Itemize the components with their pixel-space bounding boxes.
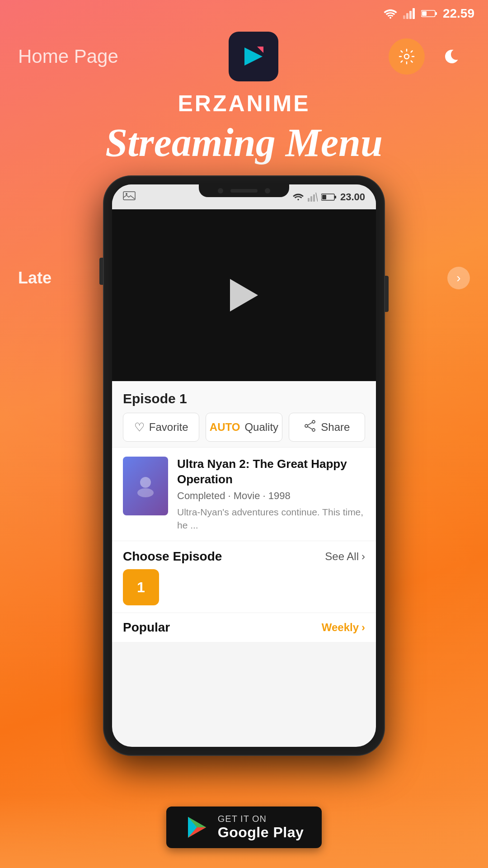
anime-thumb-placeholder: [132, 472, 159, 500]
choose-episode-title: Choose Episode: [123, 549, 222, 564]
favorite-button[interactable]: ♡ Favorite: [123, 413, 199, 442]
phone-mockup: 23.00 Episode 1 ♡ Favorite: [104, 176, 384, 755]
anime-description: Ultra-Nyan's adventures continue. This t…: [177, 505, 365, 532]
see-all-button[interactable]: See All ›: [325, 550, 365, 563]
app-logo[interactable]: [229, 32, 278, 81]
phone-time: 23.00: [340, 191, 365, 203]
popular-section: Popular Weekly ›: [112, 613, 376, 642]
phone-signal-icon: [308, 193, 318, 202]
anime-info: Ultra Nyan 2: The Great Happy Operation …: [112, 448, 376, 541]
signal-icon: [403, 8, 416, 19]
svg-point-12: [126, 193, 127, 195]
svg-rect-19: [322, 195, 326, 199]
wifi-icon: [383, 8, 398, 19]
share-button[interactable]: Share: [289, 413, 365, 442]
anime-details: Ultra Nyan 2: The Great Happy Operation …: [177, 457, 365, 532]
front-camera: [218, 188, 223, 193]
episode-1-number: 1: [137, 579, 145, 596]
phone-wifi-icon: [292, 193, 304, 202]
phone-status-left: [123, 191, 136, 203]
episode-title: Episode 1: [123, 391, 365, 406]
moon-icon: [441, 46, 462, 67]
status-icons: 22.59: [383, 6, 474, 21]
episodes-section-header: Choose Episode See All ›: [112, 541, 376, 569]
svg-point-23: [312, 429, 315, 431]
app-bar-actions: [389, 38, 470, 75]
heart-icon: ♡: [134, 420, 145, 434]
status-time: 22.59: [443, 6, 474, 21]
favorite-label: Favorite: [149, 421, 188, 434]
google-play-icon: [186, 816, 208, 839]
settings-button[interactable]: [389, 38, 425, 75]
svg-marker-8: [244, 47, 263, 66]
google-play-text: GET IT ON Google Play: [218, 814, 304, 841]
svg-point-13: [297, 198, 299, 200]
phone-notch: [199, 184, 289, 197]
see-all-chevron: ›: [361, 550, 365, 563]
svg-point-0: [389, 17, 391, 19]
settings-icon: [398, 47, 416, 66]
hero-section: ERZANIME Streaming Menu: [0, 90, 488, 165]
svg-rect-15: [310, 196, 312, 202]
battery-icon: [421, 9, 437, 18]
popular-title: Popular: [123, 620, 170, 635]
svg-rect-1: [403, 15, 405, 19]
phone-outer: 23.00 Episode 1 ♡ Favorite: [104, 176, 384, 755]
svg-rect-7: [435, 12, 437, 15]
svg-rect-2: [406, 13, 408, 19]
hero-tagline: Streaming Menu: [18, 121, 470, 165]
svg-line-25: [308, 426, 312, 429]
episode-1-button[interactable]: 1: [123, 569, 159, 605]
google-play-store-name: Google Play: [218, 824, 304, 841]
svg-point-21: [312, 420, 315, 423]
svg-rect-20: [334, 196, 336, 198]
svg-rect-16: [313, 194, 315, 202]
sensor: [265, 188, 270, 193]
svg-rect-4: [413, 8, 415, 19]
get-it-on-label: GET IT ON: [218, 814, 304, 824]
anime-title: Ultra Nyan 2: The Great Happy Operation: [177, 457, 365, 487]
see-all-label: See All: [325, 550, 359, 563]
action-buttons: ♡ Favorite AUTO Quality: [123, 413, 365, 442]
google-play-overlay: GET IT ON Google Play: [0, 796, 488, 868]
svg-rect-6: [422, 11, 427, 16]
dark-mode-button[interactable]: [434, 38, 470, 75]
svg-point-26: [140, 477, 151, 488]
quality-value: AUTO: [210, 421, 240, 434]
google-play-logo: [184, 815, 210, 840]
quality-button[interactable]: AUTO Quality: [206, 413, 282, 442]
video-player[interactable]: [112, 209, 376, 381]
anime-meta: Completed · Movie · 1998: [177, 490, 365, 502]
phone-image-icon: [123, 191, 136, 200]
svg-point-27: [137, 488, 154, 497]
episode-header: Episode 1 ♡ Favorite AUTO Quality: [112, 381, 376, 448]
app-bar-title: Home Page: [18, 46, 118, 67]
google-play-button[interactable]: GET IT ON Google Play: [166, 807, 322, 848]
quality-label: Quality: [244, 421, 278, 434]
scroll-arrow[interactable]: ›: [447, 267, 470, 289]
weekly-chevron: ›: [361, 621, 365, 634]
status-bar: 22.59: [0, 0, 488, 27]
phone-volume-button: [99, 258, 103, 285]
hero-app-name: ERZANIME: [18, 90, 470, 117]
scroll-hint-label: Late: [18, 269, 52, 288]
play-button[interactable]: [226, 277, 262, 313]
anime-thumb-image: [123, 457, 168, 515]
share-icon: [304, 420, 316, 435]
share-label: Share: [321, 421, 350, 434]
episode-list: 1: [112, 569, 376, 613]
svg-point-22: [305, 425, 308, 427]
play-triangle-icon: [230, 279, 258, 311]
anime-thumbnail[interactable]: [123, 457, 168, 515]
weekly-badge[interactable]: Weekly ›: [322, 621, 365, 634]
phone-battery-icon: [321, 193, 337, 201]
phone-power-button: [385, 276, 389, 312]
share-svg-icon: [304, 420, 316, 432]
svg-rect-14: [308, 198, 310, 202]
svg-line-24: [308, 422, 312, 425]
phone-inner: 23.00 Episode 1 ♡ Favorite: [112, 184, 376, 747]
svg-rect-11: [123, 192, 135, 200]
svg-rect-3: [409, 11, 412, 19]
weekly-label: Weekly: [322, 621, 359, 634]
svg-marker-9: [257, 47, 263, 53]
